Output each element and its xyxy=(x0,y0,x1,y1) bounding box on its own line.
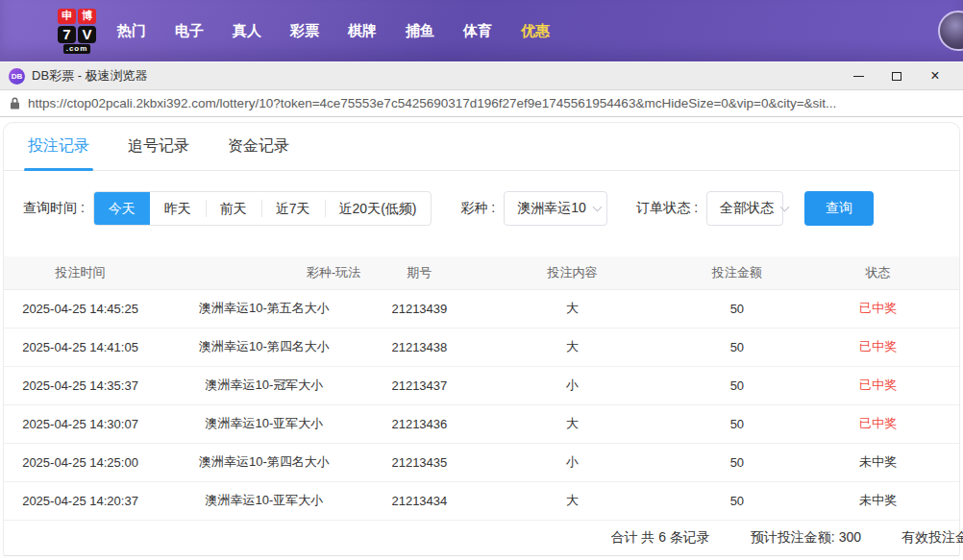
lottery-type-select[interactable]: 澳洲幸运10 xyxy=(504,191,607,226)
cell-status: 未中奖 xyxy=(797,443,959,481)
cell-bet-amount: 50 xyxy=(678,366,797,404)
nav-item-slots[interactable]: 电子 xyxy=(175,22,204,40)
cell-status: 未中奖 xyxy=(797,481,959,520)
bet-records-table-area: 投注时间 彩种-玩法 期号 投注内容 投注金额 状态 2025-04-25 14… xyxy=(4,256,959,556)
url-text[interactable]: https://ctop02pcali.2kbxi392.com/lottery… xyxy=(28,96,836,110)
minimize-icon xyxy=(853,76,864,77)
summary-valid-amount: 有效投注金 xyxy=(901,529,963,547)
summary-estimated-amount: 预计投注金额: 300 xyxy=(751,529,861,547)
query-time-label: 查询时间 : xyxy=(23,200,85,217)
cell-status: 已中奖 xyxy=(797,366,959,404)
nav-item-live[interactable]: 真人 xyxy=(233,22,261,40)
cell-game-play: 澳洲幸运10-第四名大小 xyxy=(157,328,372,366)
cell-bet-time: 2025-04-25 14:25:00 xyxy=(4,443,157,481)
logo-7v-row: 7 V xyxy=(58,26,96,43)
summary-bar: 合计 共 6 条记录 预计投注金额: 300 有效投注金 xyxy=(4,521,959,556)
cell-bet-time: 2025-04-25 14:35:37 xyxy=(4,366,157,404)
cell-issue: 21213436 xyxy=(372,404,467,443)
close-icon: × xyxy=(930,68,939,84)
cell-game-play: 澳洲幸运10-第四名大小 xyxy=(157,443,372,481)
window-controls: × xyxy=(839,62,954,90)
chevron-down-icon xyxy=(780,202,790,211)
cell-issue: 21213437 xyxy=(372,366,467,404)
favicon-icon: DB xyxy=(9,68,25,85)
cell-bet-time: 2025-04-25 14:41:05 xyxy=(4,328,157,366)
cell-bet-content: 大 xyxy=(467,328,678,366)
cell-issue: 21213439 xyxy=(372,289,467,328)
maximize-icon xyxy=(892,72,901,81)
time-option-yesterday[interactable]: 昨天 xyxy=(150,192,206,225)
table-row[interactable]: 2025-04-25 14:30:07 澳洲幸运10-亚军大小 21213436… xyxy=(4,404,959,443)
cell-bet-content: 大 xyxy=(467,404,678,443)
avatar[interactable] xyxy=(938,11,963,51)
window-title: DB彩票 - 极速浏览器 xyxy=(32,67,148,85)
site-nav: 热门 电子 真人 彩票 棋牌 捕鱼 体育 优惠 xyxy=(117,22,550,40)
close-button[interactable]: × xyxy=(916,62,954,90)
filter-bar: 查询时间 : 今天 昨天 前天 近7天 近20天(低频) 彩种 : 澳洲幸运10… xyxy=(4,171,959,226)
time-range-group: 今天 昨天 前天 近7天 近20天(低频) xyxy=(93,191,432,226)
time-option-20days[interactable]: 近20天(低频) xyxy=(325,192,432,225)
tab-bet-records[interactable]: 投注记录 xyxy=(28,123,89,170)
cell-bet-content: 小 xyxy=(467,366,678,404)
bet-records-table: 投注时间 彩种-玩法 期号 投注内容 投注金额 状态 2025-04-25 14… xyxy=(4,256,959,521)
logo-brand-row: 申 博 xyxy=(58,9,96,24)
table-header-row: 投注时间 彩种-玩法 期号 投注内容 投注金额 状态 xyxy=(4,256,959,289)
cell-game-play: 澳洲幸运10-亚军大小 xyxy=(157,481,372,520)
lottery-type-value: 澳洲幸运10 xyxy=(517,200,586,217)
cell-bet-content: 大 xyxy=(467,289,678,328)
chevron-down-icon xyxy=(592,202,602,211)
cell-bet-amount: 50 xyxy=(678,443,797,481)
cell-game-play: 澳洲幸运10-亚军大小 xyxy=(157,404,372,443)
minimize-button[interactable] xyxy=(839,62,877,90)
order-status-value: 全部状态 xyxy=(720,200,774,217)
col-bet-time: 投注时间 xyxy=(4,256,157,289)
cell-bet-amount: 50 xyxy=(678,481,797,520)
cell-bet-amount: 50 xyxy=(678,289,797,328)
nav-item-sports[interactable]: 体育 xyxy=(463,22,492,40)
cell-status: 已中奖 xyxy=(797,328,959,366)
order-status-select[interactable]: 全部状态 xyxy=(706,191,783,226)
cell-game-play: 澳洲幸运10-冠军大小 xyxy=(157,366,372,404)
cell-issue: 21213434 xyxy=(372,481,467,520)
site-header: 申 博 7 V .com 热门 电子 真人 彩票 棋牌 捕鱼 体育 优惠 xyxy=(0,0,963,61)
col-issue: 期号 xyxy=(372,256,467,289)
nav-item-fishing[interactable]: 捕鱼 xyxy=(406,22,434,40)
logo-char-bo: 博 xyxy=(78,9,96,24)
summary-total-records: 合计 共 6 条记录 xyxy=(610,529,709,547)
lock-icon xyxy=(10,97,20,110)
cell-bet-time: 2025-04-25 14:20:37 xyxy=(4,481,157,520)
col-bet-amount: 投注金额 xyxy=(678,256,797,289)
table-row[interactable]: 2025-04-25 14:25:00 澳洲幸运10-第四名大小 2121343… xyxy=(4,443,959,481)
table-row[interactable]: 2025-04-25 14:41:05 澳洲幸运10-第四名大小 2121343… xyxy=(4,328,959,366)
nav-item-promo[interactable]: 优惠 xyxy=(521,22,550,40)
cell-bet-time: 2025-04-25 14:45:25 xyxy=(4,289,157,328)
tab-fund-records[interactable]: 资金记录 xyxy=(228,123,289,170)
cell-status: 已中奖 xyxy=(797,289,959,328)
nav-item-chess[interactable]: 棋牌 xyxy=(348,22,377,40)
logo-com-suffix: .com xyxy=(63,44,91,54)
table-row[interactable]: 2025-04-25 14:45:25 澳洲幸运10-第五名大小 2121343… xyxy=(4,289,959,328)
col-game-play: 彩种-玩法 xyxy=(157,256,372,289)
lottery-type-label: 彩种 : xyxy=(460,200,495,217)
cell-status: 已中奖 xyxy=(797,404,959,443)
maximize-button[interactable] xyxy=(877,62,916,90)
tab-chase-records[interactable]: 追号记录 xyxy=(128,123,189,170)
cell-issue: 21213438 xyxy=(372,328,467,366)
search-button[interactable]: 查询 xyxy=(804,191,874,226)
logo-char-v: V xyxy=(78,26,96,43)
nav-item-hot[interactable]: 热门 xyxy=(117,22,146,40)
logo-char-shen: 申 xyxy=(58,9,76,24)
time-option-7days[interactable]: 近7天 xyxy=(261,192,325,225)
time-option-today[interactable]: 今天 xyxy=(94,192,150,225)
table-row[interactable]: 2025-04-25 14:35:37 澳洲幸运10-冠军大小 21213437… xyxy=(4,366,959,404)
order-status-label: 订单状态 : xyxy=(636,200,698,217)
site-logo[interactable]: 申 博 7 V .com xyxy=(58,9,96,54)
nav-item-lottery[interactable]: 彩票 xyxy=(290,22,319,40)
cell-bet-content: 小 xyxy=(467,443,678,481)
cell-bet-amount: 50 xyxy=(678,404,797,443)
table-row[interactable]: 2025-04-25 14:20:37 澳洲幸运10-亚军大小 21213434… xyxy=(4,481,959,520)
cell-game-play: 澳洲幸运10-第五名大小 xyxy=(157,289,372,328)
col-status: 状态 xyxy=(797,256,959,289)
browser-urlbar[interactable]: https://ctop02pcali.2kbxi392.com/lottery… xyxy=(0,89,963,117)
time-option-daybefore[interactable]: 前天 xyxy=(206,192,261,225)
